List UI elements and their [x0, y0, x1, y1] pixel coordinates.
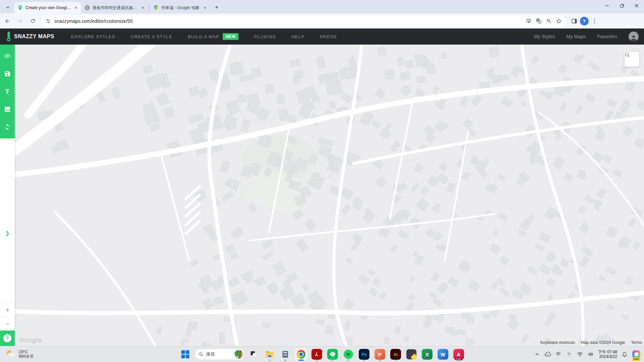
tab-search-button[interactable] [3, 3, 13, 12]
autocad-icon: A CAD [453, 349, 464, 360]
clock-widget[interactable]: 下午 07:48 2024/3/22 [597, 350, 619, 359]
save-style-button[interactable] [0, 67, 15, 80]
magnifier-icon [546, 18, 552, 24]
weather-widget[interactable]: 23°C 晴時多雲 [3, 346, 36, 362]
side-panel-icon [571, 18, 577, 24]
brand-name: SNAZZY MAPS [14, 34, 54, 40]
running-indicator [269, 360, 271, 361]
word-button[interactable]: W [436, 348, 450, 361]
close-window-button[interactable] [629, 0, 644, 11]
google-maps-pin-favicon [153, 5, 159, 10]
zoom-out-button[interactable]: − [1, 317, 15, 331]
tab-google-maps[interactable]: 停車場 - Google 地圖 × [150, 2, 210, 13]
browser-menu-button[interactable] [590, 16, 599, 26]
nav-explore-styles[interactable]: EXPLORE STYLES [71, 34, 115, 39]
browser-toolbar: snazzymaps.com/editor/customize/55 文 A [0, 13, 644, 28]
account-avatar[interactable] [629, 32, 639, 42]
nav-plugins[interactable]: PLUGINS [254, 34, 276, 39]
chevron-down-icon [6, 5, 10, 9]
code-view-button[interactable] [0, 49, 15, 63]
spotify-icon [344, 350, 353, 359]
chrome-button[interactable] [294, 348, 308, 361]
notifications-button[interactable] [620, 348, 629, 361]
map-search-button[interactable] [625, 52, 639, 67]
task-view-button[interactable] [247, 348, 261, 361]
snazzy-logo[interactable]: SNAZZY MAPS [6, 32, 54, 42]
site-settings-icon [46, 18, 51, 24]
kebab-menu-icon [590, 18, 599, 23]
new-badge: NEW [223, 33, 239, 40]
acrobat-button[interactable] [310, 348, 324, 361]
minimize-button[interactable] [600, 0, 614, 11]
weather-condition: 晴時多雲 [19, 354, 34, 359]
running-indicator [284, 360, 286, 361]
tab-snazzy-maps[interactable]: Create your own Google Map × [14, 2, 81, 13]
speaker-icon [588, 352, 594, 357]
hidden-icons-button[interactable] [532, 348, 542, 361]
expand-panel-button[interactable]: ❯ [0, 228, 15, 238]
file-explorer-button[interactable] [263, 348, 276, 361]
tab-close-button[interactable]: × [140, 5, 146, 10]
ime-language-button[interactable]: 中 [554, 348, 563, 361]
keyboard-shortcuts-link[interactable]: Keyboard shortcuts [540, 340, 575, 345]
map-canvas[interactable]: Google Keyboard shortcuts Map data ©2024… [15, 45, 644, 346]
powerpoint-button[interactable]: P [373, 348, 387, 361]
start-button[interactable] [179, 348, 192, 361]
reset-button[interactable] [0, 120, 15, 134]
onedrive-button[interactable] [543, 348, 552, 361]
spotify-button[interactable] [342, 348, 355, 361]
tab-title: Create your own Google Map [25, 5, 71, 10]
map-imagery [15, 45, 644, 346]
nav-my-styles[interactable]: My Styles [534, 34, 555, 39]
excel-button[interactable]: X [421, 348, 434, 361]
translate-button[interactable]: 文 A [534, 16, 543, 26]
profile-button[interactable]: Y [580, 16, 589, 26]
reload-button[interactable] [28, 16, 38, 26]
autocad-button[interactable]: A CAD [452, 348, 466, 361]
tab-close-button[interactable]: × [202, 5, 208, 10]
running-indicator [395, 360, 397, 361]
tab-tainan-traffic[interactable]: 臺南市即時交通資訊服務網 × [81, 2, 148, 13]
nav-press[interactable]: PRESS [320, 34, 337, 39]
nav-build-a-map[interactable]: BUILD A MAP NEW [188, 33, 239, 40]
restore-button[interactable] [614, 0, 629, 11]
back-button[interactable] [2, 16, 13, 26]
nav-create-a-style[interactable]: CREATE A STYLE [131, 34, 172, 39]
sticky-notes-button[interactable] [405, 348, 418, 361]
browser-tab-bar: Create your own Google Map × 臺南市即時交通資訊服務… [0, 0, 644, 13]
line-button[interactable] [326, 348, 339, 361]
address-bar[interactable]: snazzymaps.com/editor/customize/55 文 A [42, 15, 566, 27]
calculator-button[interactable] [279, 348, 292, 361]
tab-title: 停車場 - Google 地圖 [161, 5, 200, 11]
illustrator-button[interactable]: Ai [389, 348, 402, 361]
terms-link[interactable]: Terms [631, 340, 642, 345]
install-app-button[interactable] [524, 16, 533, 26]
excel-icon: X [422, 349, 433, 360]
wifi-button[interactable] [575, 348, 585, 361]
publish-button[interactable] [0, 85, 15, 98]
google-logo[interactable]: Google [19, 337, 42, 344]
nav-my-maps[interactable]: My Maps [566, 34, 586, 39]
new-tab-button[interactable]: + [212, 3, 221, 12]
zoom-page-button[interactable] [544, 16, 553, 26]
photoshop-button[interactable]: Ps [358, 348, 371, 361]
image-icon [4, 106, 11, 113]
volume-button[interactable] [586, 348, 595, 361]
tab-close-button[interactable]: × [73, 5, 78, 10]
ime-key-button[interactable]: ㄅ [565, 348, 574, 361]
clock-time: 下午 07:48 [598, 350, 617, 354]
help-button[interactable]: ? [0, 330, 15, 346]
sticky-notes-icon [407, 349, 417, 359]
minimize-icon [605, 4, 609, 8]
bookmark-button[interactable] [554, 16, 564, 26]
side-panel-button[interactable] [570, 16, 579, 26]
forward-button[interactable] [15, 16, 25, 26]
copilot-button[interactable]: PRE [631, 348, 642, 361]
weather-temp: 23°C [19, 350, 34, 354]
windows-logo-icon [181, 350, 190, 358]
zoom-in-button[interactable]: + [1, 303, 15, 317]
image-export-button[interactable] [0, 103, 15, 116]
taskbar-search[interactable]: 搜尋 [195, 349, 245, 360]
nav-favorites[interactable]: Favorites [597, 34, 617, 39]
nav-help[interactable]: HELP [291, 34, 305, 39]
